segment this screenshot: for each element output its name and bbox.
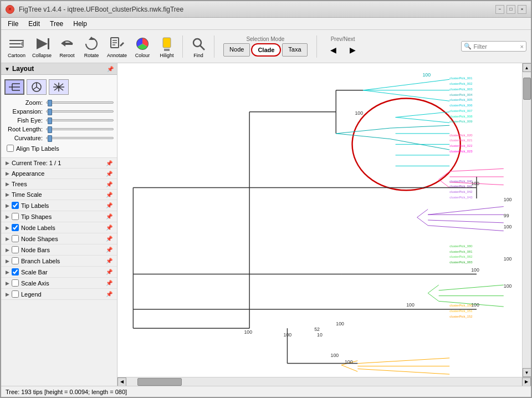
main-window: × FigTree v1.4.4 - iqtree.UFBoot_cluster… [0, 0, 532, 398]
branch-labels-panel-item[interactable]: ▶ Branch Labels 📌 [1, 256, 117, 267]
zoom-slider[interactable] [46, 101, 114, 104]
rotate-button[interactable]: Rotate [80, 34, 103, 59]
scale-bar-panel-item[interactable]: ▶ Scale Bar 📌 [1, 267, 117, 278]
vertical-scroll-track[interactable] [523, 72, 531, 368]
time-scale-panel-item[interactable]: ▶ Time Scale 📌 [1, 190, 117, 200]
reroot-button[interactable]: Reroot [56, 34, 78, 59]
align-tip-labels-checkbox[interactable] [7, 145, 14, 152]
node-selection-button[interactable]: Node [223, 43, 250, 57]
svg-text:clusterPick_008: clusterPick_008 [449, 115, 472, 118]
tip-shapes-checkbox[interactable] [12, 213, 19, 220]
colour-button[interactable]: Colour [131, 34, 154, 59]
svg-text:52: 52 [314, 326, 320, 332]
node-labels-panel-item[interactable]: ▶ Node Labels 📌 [1, 222, 117, 233]
scale-axis-checkbox[interactable] [12, 279, 19, 287]
vertical-scrollbar[interactable]: ▲ ▼ [522, 63, 531, 377]
branch-labels-pin-icon[interactable]: 📌 [106, 258, 112, 264]
filter-clear-icon[interactable]: × [520, 43, 524, 50]
polar-layout-button[interactable] [27, 79, 47, 95]
scale-bar-pin-icon[interactable]: 📌 [106, 269, 112, 275]
scale-axis-left: ▶ Scale Axis [6, 279, 49, 287]
tip-shapes-pin-icon[interactable]: 📌 [106, 213, 112, 220]
svg-rect-5 [48, 38, 49, 49]
prev-button[interactable]: ◀ [326, 43, 341, 57]
root-length-row: Root Length: [4, 126, 114, 132]
minimize-button[interactable]: − [495, 5, 504, 14]
menu-tree[interactable]: Tree [45, 19, 68, 29]
collapse-button[interactable]: Collapse [30, 34, 54, 59]
hilight-button[interactable]: Hilight [156, 34, 178, 59]
node-bars-pin-icon[interactable]: 📌 [106, 247, 112, 253]
filter-input[interactable] [474, 43, 518, 50]
legend-panel-item[interactable]: ▶ Legend 📌 [1, 289, 117, 300]
tip-labels-panel-item[interactable]: ▶ Tip Labels 📌 [1, 200, 117, 211]
node-bars-checkbox[interactable] [12, 246, 19, 253]
svg-text:clusterPick_021: clusterPick_021 [449, 139, 472, 142]
menu-help[interactable]: Help [69, 19, 91, 29]
trees-pin-icon[interactable]: 📌 [106, 181, 112, 187]
scale-axis-pin-icon[interactable]: 📌 [106, 280, 112, 286]
svg-line-49 [449, 169, 504, 171]
root-length-slider[interactable] [46, 128, 114, 130]
current-tree-panel-item[interactable]: ▶ Current Tree: 1 / 1 📌 [1, 158, 117, 169]
maximize-button[interactable]: □ [507, 5, 515, 14]
layout-pin-icon[interactable]: 📌 [107, 66, 114, 72]
tree-content[interactable]: 100 100 100 100 100 100 52 10 100 100 10… [117, 63, 522, 377]
node-bars-panel-item[interactable]: ▶ Node Bars 📌 [1, 244, 117, 256]
legend-arrow-icon: ▶ [6, 292, 9, 297]
clade-selection-button[interactable]: Clade [251, 43, 281, 57]
scroll-left-button[interactable]: ◀ [117, 377, 126, 386]
node-shapes-pin-icon[interactable]: 📌 [106, 236, 112, 242]
svg-text:clusterPick_152: clusterPick_152 [449, 315, 472, 318]
curvature-label: Curvature: [4, 135, 46, 141]
svg-line-53 [439, 180, 450, 188]
legend-checkbox[interactable] [12, 290, 19, 298]
node-shapes-panel-item[interactable]: ▶ Node Shapes 📌 [1, 233, 117, 244]
horizontal-scroll-thumb[interactable] [137, 378, 182, 386]
title-controls: − □ × [495, 5, 526, 14]
tip-labels-pin-icon[interactable]: 📌 [106, 202, 112, 208]
curvature-slider[interactable] [46, 137, 114, 139]
fish-eye-slider[interactable] [46, 119, 114, 121]
tree-scroll-area: 100 100 100 100 100 100 52 10 100 100 10… [117, 63, 531, 377]
appearance-pin-icon[interactable]: 📌 [106, 171, 112, 177]
title-bar: × FigTree v1.4.4 - iqtree.UFBoot_cluster… [1, 1, 531, 18]
radial-layout-button[interactable] [49, 79, 69, 95]
legend-pin-icon[interactable]: 📌 [106, 291, 112, 297]
appearance-panel-item[interactable]: ▶ Appearance 📌 [1, 169, 117, 179]
svg-line-63 [428, 285, 439, 293]
scroll-right-button[interactable]: ▶ [522, 377, 531, 386]
annotate-button[interactable]: Annotate [105, 34, 129, 59]
current-tree-pin-icon[interactable]: 📌 [106, 160, 112, 166]
close-button[interactable]: × [6, 5, 14, 14]
vertical-scroll-thumb[interactable] [523, 78, 531, 100]
horizontal-scrollbar[interactable]: ◀ ▶ [117, 377, 531, 386]
tip-labels-checkbox[interactable] [12, 202, 19, 209]
svg-text:clusterPick_082: clusterPick_082 [449, 255, 472, 258]
rectangular-layout-button[interactable] [4, 79, 24, 95]
scroll-down-button[interactable]: ▼ [523, 368, 531, 377]
next-button[interactable]: ▶ [345, 43, 360, 57]
node-labels-pin-icon[interactable]: 📌 [106, 224, 112, 231]
branch-labels-checkbox[interactable] [12, 257, 19, 264]
tip-shapes-panel-item[interactable]: ▶ Tip Shapes 📌 [1, 211, 117, 222]
find-button[interactable]: Find [187, 34, 209, 59]
node-labels-checkbox[interactable] [12, 224, 19, 231]
cartoon-button[interactable]: Cartoon [6, 34, 28, 59]
menu-edit[interactable]: Edit [24, 19, 44, 29]
toolbar-separator-2 [214, 35, 214, 58]
taxa-selection-button[interactable]: Taxa [282, 43, 307, 57]
close-window-button[interactable]: × [518, 5, 526, 14]
scale-bar-checkbox[interactable] [12, 268, 19, 275]
time-scale-pin-icon[interactable]: 📌 [106, 192, 112, 198]
svg-text:clusterPick_022: clusterPick_022 [449, 144, 472, 147]
horizontal-scroll-track[interactable] [126, 377, 522, 386]
trees-panel-item[interactable]: ▶ Trees 📌 [1, 179, 117, 190]
scale-axis-panel-item[interactable]: ▶ Scale Axis 📌 [1, 278, 117, 289]
layout-section-header[interactable]: ▼ Layout 📌 [1, 63, 117, 75]
node-shapes-checkbox[interactable] [12, 235, 19, 242]
colour-label: Colour [135, 53, 150, 58]
menu-file[interactable]: File [3, 19, 23, 29]
scroll-up-button[interactable]: ▲ [523, 63, 531, 72]
expansion-slider[interactable] [46, 110, 114, 113]
